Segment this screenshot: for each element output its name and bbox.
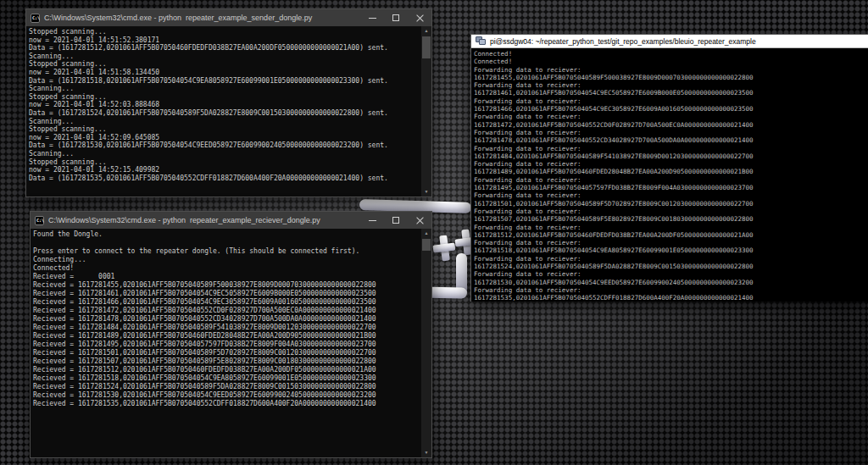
close-icon <box>416 14 424 22</box>
scroll-up-icon[interactable]: ▲ <box>421 229 431 238</box>
cmd-icon: C:\ <box>31 14 40 23</box>
sender-window-title: C:\Windows\System32\cmd.exe - python rep… <box>44 14 360 22</box>
cmd-icon: C:\ <box>35 216 44 225</box>
wallpaper-plus-horizontal <box>432 242 455 252</box>
repeater-titlebar[interactable]: pi@ssdgw04: ~/repeater_python_test/git_r… <box>471 35 868 48</box>
repeater-ssh-window: pi@ssdgw04: ~/repeater_python_test/git_r… <box>470 34 868 302</box>
receiver-console-area: Found the Dongle. Press enter to connect… <box>31 229 431 457</box>
scroll-down-icon[interactable]: ▼ <box>421 187 431 197</box>
receiver-console-output: Found the Dongle. Press enter to connect… <box>31 229 431 408</box>
repeater-console-output: Connected! Connected! Forwarding data to… <box>471 48 868 302</box>
repeater-console-area: Connected! Connected! Forwarding data to… <box>471 48 868 302</box>
minimize-icon <box>369 18 376 19</box>
minimize-button[interactable] <box>360 9 384 26</box>
receiver-scrollbar[interactable]: ▲ ▼ <box>421 229 431 457</box>
maximize-button[interactable] <box>384 212 408 229</box>
wallpaper-j-vertical <box>456 253 467 292</box>
sender-scrollbar[interactable]: ▲ ▼ <box>421 26 431 197</box>
scrollbar-thumb[interactable] <box>422 239 431 251</box>
receiver-window-title: C:\Windows\System32\cmd.exe - python rep… <box>48 216 360 224</box>
repeater-window-title: pi@ssdgw04: ~/repeater_python_test/git_r… <box>490 37 756 46</box>
putty-icon <box>476 36 486 46</box>
maximize-icon <box>392 217 399 224</box>
minimize-button[interactable] <box>360 212 384 229</box>
scroll-down-icon[interactable]: ▼ <box>421 448 431 457</box>
minimize-icon <box>369 220 376 221</box>
sender-console-area: Stopped scanning... now = 2021-04-01 14:… <box>26 26 431 197</box>
receiver-terminal-window: C:\ C:\Windows\System32\cmd.exe - python… <box>30 211 432 458</box>
putty-terminal-glyph <box>479 39 486 45</box>
sender-titlebar[interactable]: C:\ C:\Windows\System32\cmd.exe - python… <box>26 9 431 26</box>
scroll-up-icon[interactable]: ▲ <box>421 26 431 36</box>
sender-terminal-window: C:\ C:\Windows\System32\cmd.exe - python… <box>25 8 432 197</box>
maximize-button[interactable] <box>384 9 408 26</box>
close-icon <box>416 217 424 224</box>
receiver-window-controls <box>360 212 431 229</box>
close-button[interactable] <box>408 9 431 26</box>
close-button[interactable] <box>408 212 431 229</box>
sender-window-controls <box>360 9 431 26</box>
maximize-icon <box>392 14 399 21</box>
scrollbar-thumb[interactable] <box>422 36 431 58</box>
sender-console-output: Stopped scanning... now = 2021-04-01 14:… <box>26 26 431 182</box>
receiver-titlebar[interactable]: C:\ C:\Windows\System32\cmd.exe - python… <box>31 212 431 229</box>
